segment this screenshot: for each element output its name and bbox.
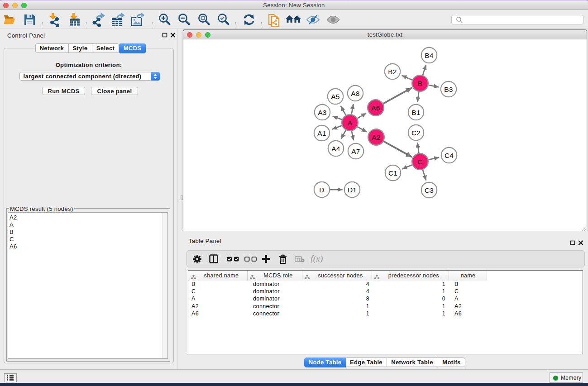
svg-text:A4: A4 [331, 145, 340, 152]
svg-text:B1: B1 [411, 109, 420, 116]
svg-text:A7: A7 [351, 148, 360, 155]
svg-text:A2: A2 [372, 133, 380, 141]
svg-text:B2: B2 [388, 68, 397, 76]
svg-text:C1: C1 [388, 169, 397, 177]
svg-text:A: A [348, 119, 353, 127]
svg-text:A6: A6 [371, 104, 380, 112]
svg-text:C: C [417, 158, 422, 166]
svg-text:B4: B4 [425, 52, 434, 59]
svg-text:B3: B3 [444, 86, 453, 93]
svg-text:D1: D1 [348, 186, 357, 194]
svg-text:D: D [319, 186, 324, 194]
svg-text:A3: A3 [318, 109, 326, 116]
svg-text:C3: C3 [425, 186, 434, 194]
svg-text:C2: C2 [411, 129, 421, 137]
svg-text:A1: A1 [317, 129, 326, 137]
svg-text:B: B [418, 80, 423, 87]
svg-text:C4: C4 [445, 152, 454, 159]
svg-text:A8: A8 [351, 90, 359, 97]
svg-text:A5: A5 [331, 93, 339, 100]
